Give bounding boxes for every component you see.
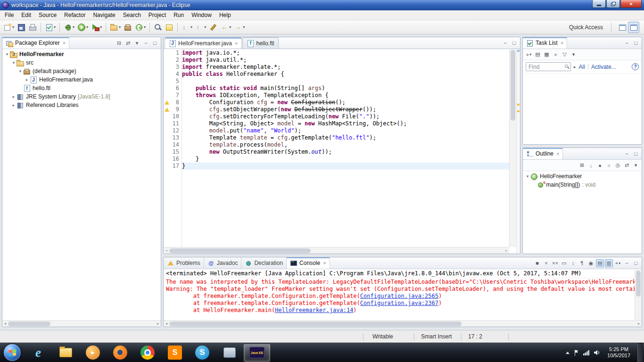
terminate-button[interactable]: ■ (533, 259, 541, 267)
new-task-button[interactable]: +▾ (525, 50, 533, 58)
back-button[interactable]: ▾ (219, 22, 232, 33)
minimize-button[interactable]: − (623, 39, 631, 47)
show-stderr-button[interactable]: ▥ (605, 259, 613, 267)
minimize-button[interactable]: − (623, 259, 631, 267)
code-area[interactable]: 1import java.io.*;2import java.util.*;3i… (164, 49, 520, 254)
menu-file[interactable]: File (1, 10, 17, 20)
tree-item-hellofreemarker-java[interactable]: ▸JHelloFreemarker.java (2, 75, 161, 84)
new-java-project-button[interactable]: ▾ (109, 22, 122, 33)
close-view-tab-icon[interactable]: × (63, 40, 66, 46)
dropdown-arrow-icon[interactable]: ▾ (229, 25, 231, 29)
dropdown-arrow-icon[interactable]: ▾ (144, 25, 146, 29)
menu-navigate[interactable]: Navigate (89, 10, 119, 20)
chevron-right-icon[interactable]: ▸ (574, 65, 576, 69)
show-desktop-button[interactable] (637, 343, 643, 362)
tree-item-hellofreemarker[interactable]: ▾JHelloFreemarker (2, 50, 161, 58)
dropdown-arrow-icon[interactable]: ▾ (529, 52, 531, 57)
taskbar-eclipse-java-ee[interactable]: Java EE (244, 344, 270, 362)
dropdown-arrow-icon[interactable]: ▾ (190, 25, 192, 29)
scrollbar-thumb[interactable] (169, 248, 311, 253)
close-view-tab-icon[interactable]: × (323, 260, 326, 266)
open-console-button[interactable]: +▾ (614, 259, 622, 267)
open-task-button[interactable]: ▾ (44, 22, 57, 33)
scroll-left-icon[interactable]: ◂ (164, 248, 169, 253)
console-tab-declaration[interactable]: Declaration (241, 257, 287, 269)
taskbar-snipping-tool[interactable] (216, 344, 243, 362)
show-stdout-button[interactable]: ▤ (596, 259, 604, 267)
scroll-right-icon[interactable]: ▸ (504, 248, 509, 253)
outline-tab[interactable]: Outline × (523, 148, 563, 159)
word-wrap-button[interactable]: ¶ (578, 259, 586, 267)
stack-trace-link[interactable]: Configuration.java:2565 (360, 293, 438, 299)
scheduled-button[interactable]: ▦ (543, 50, 551, 58)
forward-button[interactable]: ▾ (233, 22, 246, 33)
maximize-button[interactable]: □ (632, 259, 640, 267)
scroll-right-icon[interactable]: ▸ (636, 321, 642, 326)
hide-fields-button[interactable]: ● (596, 161, 604, 169)
expander-expanded-icon[interactable]: ▾ (525, 174, 530, 179)
view-menu-button[interactable]: ▾ (632, 161, 640, 169)
taskbar-clock[interactable]: 5:25 PM 10/5/2017 (604, 346, 633, 359)
task-list-link-activate[interactable]: Activate... (591, 64, 616, 70)
console-tab-javadoc[interactable]: @Javadoc (204, 257, 242, 269)
warning-overview-mark[interactable] (517, 104, 520, 106)
dropdown-arrow-icon[interactable]: ▾ (100, 25, 102, 29)
view-menu-button[interactable]: ▾ (133, 39, 141, 47)
warning-overview-mark[interactable] (517, 110, 520, 112)
console-output[interactable]: The name was interpreted by this Templat… (164, 278, 642, 320)
console-tab-problems[interactable]: Problems (164, 257, 204, 269)
taskbar-skype[interactable]: S (189, 344, 215, 362)
package-explorer-tab[interactable]: Package Explorer × (2, 37, 69, 49)
tree-item-default-package[interactable]: ▾(default package) (2, 67, 161, 75)
maximize-button[interactable]: □ (151, 39, 159, 47)
restore-window-button[interactable] (606, 0, 620, 8)
find-box[interactable] (526, 62, 571, 71)
menu-search[interactable]: Search (119, 10, 145, 20)
save-button[interactable] (16, 22, 26, 33)
dropdown-arrow-icon[interactable]: ▾ (54, 25, 56, 29)
new-wizard-button[interactable]: ▾ (2, 22, 15, 33)
scrollbar-thumb[interactable] (511, 50, 515, 121)
console-tab-console[interactable]: Console× (287, 257, 330, 269)
scrollbar-thumb[interactable] (169, 321, 462, 326)
help-icon[interactable]: ? (632, 63, 639, 70)
dropdown-arrow-icon[interactable]: ▾ (119, 25, 121, 29)
expander-expanded-icon[interactable]: ▾ (17, 69, 23, 74)
menu-project[interactable]: Project (145, 10, 170, 20)
expander-collapsed-icon[interactable]: ▸ (24, 77, 30, 82)
overview-ruler[interactable] (516, 49, 520, 254)
console-hscrollbar[interactable]: ◂ ▸ (164, 320, 642, 327)
hide-non-public-members-button[interactable]: ◎ (614, 161, 622, 169)
dropdown-arrow-icon[interactable]: ▾ (73, 25, 74, 29)
editor-body[interactable]: 1import java.io.*;2import java.util.*;3i… (164, 49, 520, 254)
volume-button[interactable] (594, 350, 600, 355)
scroll-left-icon[interactable]: ◂ (164, 321, 169, 326)
new-class-button[interactable]: ▾ (134, 22, 147, 33)
hide-static-members-button[interactable]: ○ (605, 161, 613, 169)
next-annotation-button[interactable]: ▾ (181, 22, 193, 33)
debug-button[interactable]: ▾ (63, 22, 75, 33)
dropdown-arrow-icon[interactable]: ▾ (204, 25, 206, 29)
expander-collapsed-icon[interactable]: ▸ (11, 94, 17, 99)
previous-annotation-button[interactable]: ▾ (194, 22, 207, 33)
taskbar-chrome[interactable] (134, 344, 161, 362)
quick-access-button[interactable]: Quick Access (566, 23, 606, 32)
scroll-left-icon[interactable]: ◂ (2, 321, 8, 326)
maximize-button[interactable]: □ (632, 39, 640, 47)
stack-trace-link[interactable]: Configuration.java:2367 (360, 300, 438, 306)
clear-console-button[interactable]: ▭ (560, 259, 568, 267)
expand-all-button[interactable]: ⊞ (578, 161, 586, 169)
warning-marker-icon[interactable] (164, 99, 170, 106)
network-button[interactable] (583, 350, 590, 355)
minimize-button[interactable]: − (501, 39, 509, 47)
tree-item-hellofreemarker[interactable]: ▾CHelloFreemarker (523, 172, 642, 181)
tree-item-main-string[interactable]: Smain(String[]): void (523, 181, 642, 189)
taskbar-sublime-text[interactable]: S (162, 344, 188, 362)
package-explorer-hscrollbar[interactable]: ◂ ▸ (2, 320, 161, 327)
close-window-button[interactable]: × (620, 0, 642, 8)
dropdown-arrow-icon[interactable]: ▾ (86, 25, 88, 29)
scroll-lock-button[interactable]: ↕ (569, 259, 577, 267)
focus-on-workweek-button[interactable]: × (552, 50, 560, 58)
tree-item-jre-system-library[interactable]: ▸JRE System Library[JavaSE-1.8] (2, 92, 161, 101)
run-button[interactable]: ▾ (76, 22, 89, 33)
